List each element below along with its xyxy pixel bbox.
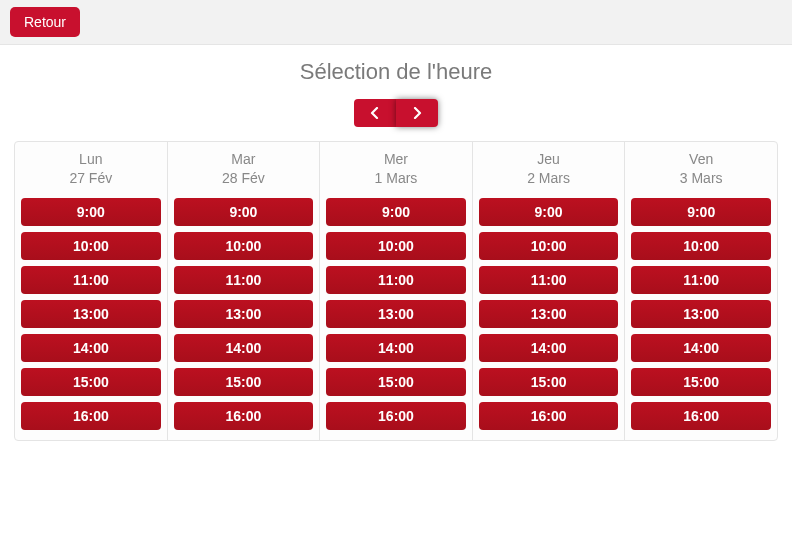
time-slot[interactable]: 13:00	[479, 300, 619, 328]
time-slot[interactable]: 9:00	[479, 198, 619, 226]
day-column: Mer1 Mars9:0010:0011:0013:0014:0015:0016…	[320, 142, 473, 440]
time-slot[interactable]: 15:00	[174, 368, 314, 396]
time-slot[interactable]: 14:00	[326, 334, 466, 362]
day-date: 3 Mars	[680, 169, 723, 188]
time-slot[interactable]: 13:00	[326, 300, 466, 328]
time-slot[interactable]: 11:00	[326, 266, 466, 294]
day-date: 27 Fév	[69, 169, 112, 188]
day-column: Lun27 Fév9:0010:0011:0013:0014:0015:0016…	[15, 142, 168, 440]
day-column: Ven3 Mars9:0010:0011:0013:0014:0015:0016…	[625, 142, 777, 440]
time-slot[interactable]: 11:00	[479, 266, 619, 294]
time-slot[interactable]: 9:00	[326, 198, 466, 226]
day-column: Mar28 Fév9:0010:0011:0013:0014:0015:0016…	[168, 142, 321, 440]
time-slot[interactable]: 10:00	[631, 232, 771, 260]
day-date: 1 Mars	[375, 169, 418, 188]
top-bar: Retour	[0, 0, 792, 45]
time-slot[interactable]: 14:00	[174, 334, 314, 362]
time-slot[interactable]: 11:00	[21, 266, 161, 294]
day-of-week: Ven	[680, 150, 723, 169]
page-title: Sélection de l'heure	[14, 59, 778, 85]
time-slot[interactable]: 15:00	[479, 368, 619, 396]
main-content: Sélection de l'heure Lun27 Fév9:0010:001…	[0, 45, 792, 455]
day-date: 2 Mars	[527, 169, 570, 188]
time-slot[interactable]: 16:00	[479, 402, 619, 430]
day-header: Mar28 Fév	[222, 150, 265, 188]
back-button[interactable]: Retour	[10, 7, 80, 37]
week-nav	[14, 99, 778, 127]
time-slot[interactable]: 13:00	[174, 300, 314, 328]
day-header: Mer1 Mars	[375, 150, 418, 188]
time-slot[interactable]: 16:00	[174, 402, 314, 430]
time-slot[interactable]: 14:00	[21, 334, 161, 362]
time-slot[interactable]: 9:00	[174, 198, 314, 226]
time-slot[interactable]: 16:00	[326, 402, 466, 430]
time-slot[interactable]: 15:00	[21, 368, 161, 396]
day-header: Ven3 Mars	[680, 150, 723, 188]
day-header: Lun27 Fév	[69, 150, 112, 188]
schedule-grid: Lun27 Fév9:0010:0011:0013:0014:0015:0016…	[14, 141, 778, 441]
day-of-week: Lun	[69, 150, 112, 169]
time-slot[interactable]: 13:00	[631, 300, 771, 328]
day-of-week: Mar	[222, 150, 265, 169]
time-slot[interactable]: 10:00	[21, 232, 161, 260]
time-slot[interactable]: 13:00	[21, 300, 161, 328]
next-week-button[interactable]	[396, 99, 438, 127]
day-column: Jeu2 Mars9:0010:0011:0013:0014:0015:0016…	[473, 142, 626, 440]
time-slot[interactable]: 9:00	[631, 198, 771, 226]
time-slot[interactable]: 11:00	[174, 266, 314, 294]
time-slot[interactable]: 16:00	[21, 402, 161, 430]
time-slot[interactable]: 15:00	[631, 368, 771, 396]
day-of-week: Jeu	[527, 150, 570, 169]
time-slot[interactable]: 16:00	[631, 402, 771, 430]
day-of-week: Mer	[375, 150, 418, 169]
day-date: 28 Fév	[222, 169, 265, 188]
time-slot[interactable]: 15:00	[326, 368, 466, 396]
time-slot[interactable]: 14:00	[631, 334, 771, 362]
day-header: Jeu2 Mars	[527, 150, 570, 188]
prev-week-button[interactable]	[354, 99, 396, 127]
arrow-right-icon	[411, 107, 423, 119]
time-slot[interactable]: 9:00	[21, 198, 161, 226]
time-slot[interactable]: 10:00	[326, 232, 466, 260]
arrow-left-icon	[369, 107, 381, 119]
time-slot[interactable]: 11:00	[631, 266, 771, 294]
time-slot[interactable]: 10:00	[174, 232, 314, 260]
time-slot[interactable]: 10:00	[479, 232, 619, 260]
time-slot[interactable]: 14:00	[479, 334, 619, 362]
